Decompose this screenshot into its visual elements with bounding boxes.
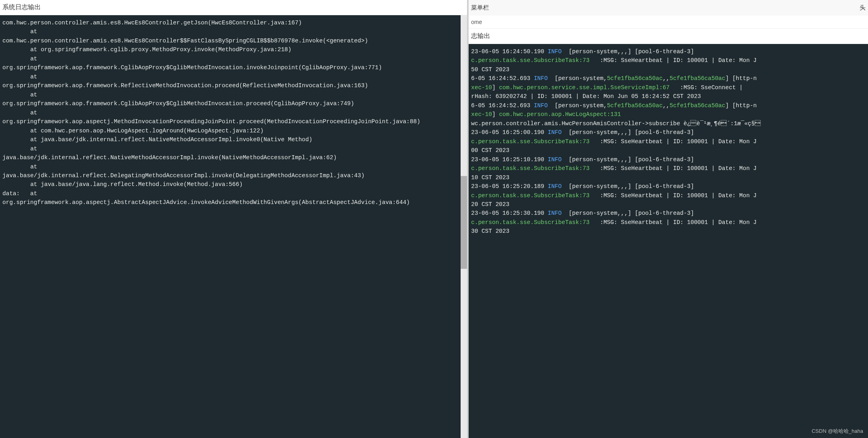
log-entry: 23-06-05 16:25:00.190 INFO [person-syste… <box>471 128 866 155</box>
menubar-right-label: 头 <box>860 4 866 12</box>
left-pane: 系统日志输出 com.hwc.person.controller.amis.es… <box>0 0 469 438</box>
subnav[interactable]: ome <box>469 16 868 29</box>
right-log-title: 志输出 <box>469 29 868 44</box>
log-entry: 23-06-05 16:25:20.189 INFO [person-syste… <box>471 182 866 209</box>
log-entry: 6-05 16:24:52.693 INFO [person-system,5c… <box>471 101 866 128</box>
left-scrollbar-thumb[interactable] <box>461 176 467 269</box>
left-log-title: 系统日志输出 <box>0 0 467 15</box>
left-scrollbar[interactable] <box>461 15 467 438</box>
menubar: 菜单栏 头 <box>469 0 868 16</box>
log-entry: 23-06-05 16:25:10.190 INFO [person-syste… <box>471 155 866 182</box>
log-entry: 23-06-05 16:24:50.190 INFO [person-syste… <box>471 47 866 74</box>
menubar-label: 菜单栏 <box>471 4 489 12</box>
watermark: CSDN @哈哈哈_haha <box>812 428 863 435</box>
left-scroll-wrap: com.hwc.person.controller.amis.es8.HwcEs… <box>0 15 467 438</box>
right-log-output[interactable]: 23-06-05 16:24:50.190 INFO [person-syste… <box>469 44 868 438</box>
left-log-output[interactable]: com.hwc.person.controller.amis.es8.HwcEs… <box>0 15 461 438</box>
right-pane: 菜单栏 头 ome 志输出 23-06-05 16:24:50.190 INFO… <box>469 0 868 438</box>
log-entry: 23-06-05 16:25:30.190 INFO [person-syste… <box>471 209 866 236</box>
log-entry: 6-05 16:24:52.693 INFO [person-system,5c… <box>471 74 866 101</box>
